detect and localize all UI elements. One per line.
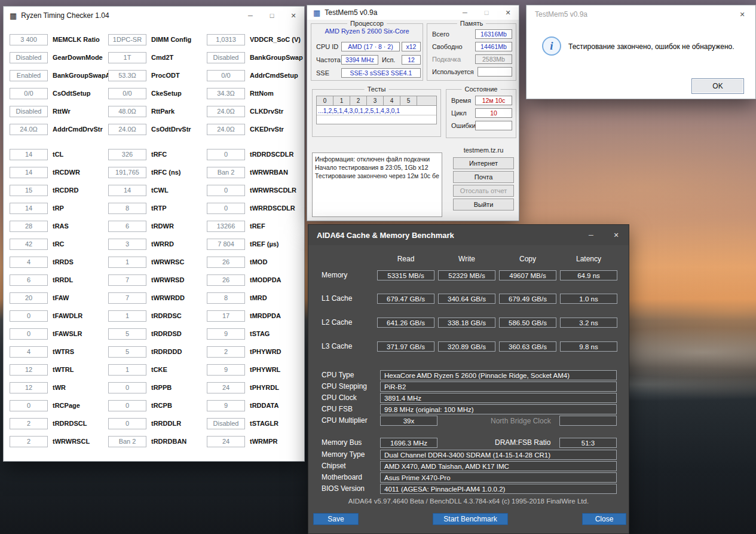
timing-field: 3tWRRD <box>102 235 201 253</box>
timing-label: tWRRDSCDLR <box>250 205 295 212</box>
close-button[interactable]: ✕ <box>604 225 629 245</box>
timing-value-box[interactable]: 12 <box>10 364 48 376</box>
timing-value-box[interactable]: 28 <box>10 221 48 232</box>
timing-value-box[interactable]: Ban 2 <box>108 436 146 447</box>
timing-value-box[interactable]: 2 <box>10 418 48 429</box>
timing-value-box[interactable]: Disabled <box>207 418 245 429</box>
maximize-button[interactable]: □ <box>261 7 283 25</box>
tm5-result-dialog: TestMem5 v0.9a ✕ i Тестирование закончен… <box>526 5 756 99</box>
info-icon: i <box>542 36 561 56</box>
timing-value-box[interactable]: 15 <box>10 185 48 196</box>
timing-value-box[interactable]: 1 <box>108 310 146 322</box>
timing-value-box[interactable]: 0/0 <box>207 70 245 81</box>
timing-value-box[interactable]: 24.0Ω <box>108 124 146 135</box>
timing-value-box[interactable]: 0 <box>10 310 48 322</box>
timing-value-box[interactable]: Ban 2 <box>207 167 245 178</box>
timing-value-box[interactable]: 48.0Ω <box>108 106 146 117</box>
timing-value-box[interactable]: 34.3Ω <box>207 88 245 99</box>
timing-field: 24tPHYRDL <box>201 379 304 396</box>
timing-value-box[interactable]: 5 <box>108 346 146 358</box>
timing-value-box[interactable]: 0 <box>108 400 146 411</box>
timing-value-box[interactable]: 9 <box>207 328 245 340</box>
timing-value-box[interactable]: 20 <box>10 292 48 304</box>
timing-value-box[interactable]: 4 <box>10 257 48 268</box>
timing-label: tMRD <box>250 294 267 301</box>
timing-value-box[interactable]: 7 <box>108 274 146 286</box>
timing-value-box[interactable]: 1T <box>108 52 146 63</box>
timing-value-box[interactable]: 1DPC-SR <box>108 34 146 45</box>
timing-value-box[interactable]: 326 <box>108 149 146 160</box>
timing-value-box[interactable]: 0/0 <box>10 88 48 99</box>
close-button[interactable]: Close <box>582 513 626 525</box>
timing-value-box[interactable]: 9 <box>207 400 245 411</box>
aida-titlebar[interactable]: AIDA64 Cache & Memory Benchmark ─ ✕ <box>308 225 629 245</box>
save-button[interactable]: Save <box>313 513 359 525</box>
timing-value-box[interactable]: 17 <box>207 310 245 322</box>
timing-value-box[interactable]: 1 <box>108 257 146 268</box>
timing-value-box[interactable]: Disabled <box>207 52 245 63</box>
timing-value-box[interactable]: 2 <box>207 346 245 358</box>
timing-value-box[interactable]: Enabled <box>10 70 48 81</box>
timing-value-box[interactable]: 24.0Ω <box>207 124 245 135</box>
timing-value-box[interactable]: 0 <box>10 400 48 411</box>
timing-value-box[interactable]: 24 <box>207 382 245 393</box>
timing-value-box[interactable]: 8 <box>108 203 146 214</box>
timing-value-box[interactable]: 24.0Ω <box>207 106 245 117</box>
tm5-titlebar[interactable]: ▦ TestMem5 v0.9a ─ □ ✕ <box>307 5 519 20</box>
timing-value-box[interactable]: 1,0313 <box>207 34 245 45</box>
timing-value-box[interactable]: 4 <box>10 346 48 358</box>
timing-value-box[interactable]: 26 <box>207 274 245 286</box>
timing-value-box[interactable]: 14 <box>10 203 48 214</box>
timing-value-box[interactable]: 1 <box>108 364 146 376</box>
rtc-titlebar[interactable]: ▦ Ryzen Timing Checker 1.04 ─ □ ✕ <box>4 7 304 25</box>
timing-value-box[interactable]: Disabled <box>10 52 48 63</box>
maximize-button[interactable]: □ <box>476 5 497 20</box>
timing-value-box[interactable]: 26 <box>207 257 245 268</box>
timing-value-box[interactable]: 0 <box>108 382 146 393</box>
tm5-info-line: Тестирование закончено через 12м 10с бе <box>315 172 439 180</box>
timing-value-box[interactable]: 14 <box>108 185 146 196</box>
timing-label: tPHYRDL <box>250 384 279 391</box>
mail-button[interactable]: Почта <box>453 171 514 183</box>
close-button[interactable]: ✕ <box>497 5 519 20</box>
timing-label: ProcODT <box>151 72 180 79</box>
timing-value-box[interactable]: 9 <box>207 364 245 376</box>
dialog-titlebar[interactable]: TestMem5 v0.9a ✕ <box>527 5 755 23</box>
timing-value-box[interactable]: 0 <box>108 418 146 429</box>
timing-value-box[interactable]: 14 <box>10 167 48 178</box>
timing-value-box[interactable]: 14 <box>10 149 48 160</box>
exit-button[interactable]: Выйти <box>453 199 514 210</box>
timing-value-box[interactable]: 3 <box>108 239 146 250</box>
ok-button[interactable]: OK <box>691 78 744 94</box>
timing-value-box[interactable]: 2 <box>10 436 48 447</box>
timing-value-box[interactable]: 0 <box>207 203 245 214</box>
test-column-header: 0 <box>317 96 333 106</box>
timing-value-box[interactable]: Disabled <box>10 106 48 117</box>
timing-value-box[interactable]: 3 400 <box>10 34 48 45</box>
timing-value-box[interactable]: 53.3Ω <box>108 70 146 81</box>
close-button[interactable]: ✕ <box>729 5 755 23</box>
timing-value-box[interactable]: 6 <box>108 221 146 232</box>
timing-value-box[interactable]: 0 <box>207 185 245 196</box>
timing-value-box[interactable]: 42 <box>10 239 48 250</box>
close-button[interactable]: ✕ <box>283 7 304 25</box>
timing-value-box[interactable]: 24.0Ω <box>10 124 48 135</box>
timing-value-box[interactable]: 13266 <box>207 221 245 232</box>
timing-value-box[interactable]: 8 <box>207 292 245 304</box>
internet-button[interactable]: Интернет <box>453 157 514 169</box>
errors-label: Ошибки <box>451 122 476 129</box>
minimize-button[interactable]: ─ <box>454 5 476 20</box>
timing-value-box[interactable]: 5 <box>108 328 146 340</box>
timing-value-box[interactable]: 7 <box>108 292 146 304</box>
timing-value-box[interactable]: 7 804 <box>207 239 245 250</box>
minimize-button[interactable]: ─ <box>240 7 261 25</box>
timing-value-box[interactable]: 12 <box>10 382 48 393</box>
timing-value-box[interactable]: 191,765 <box>108 167 146 178</box>
timing-value-box[interactable]: 0/0 <box>108 88 146 99</box>
timing-value-box[interactable]: 0 <box>10 328 48 340</box>
timing-value-box[interactable]: 24 <box>207 436 245 447</box>
start-benchmark-button[interactable]: Start Benchmark <box>433 513 508 525</box>
timing-value-box[interactable]: 6 <box>10 274 48 286</box>
timing-value-box[interactable]: 0 <box>207 149 245 160</box>
minimize-button[interactable]: ─ <box>579 225 604 245</box>
